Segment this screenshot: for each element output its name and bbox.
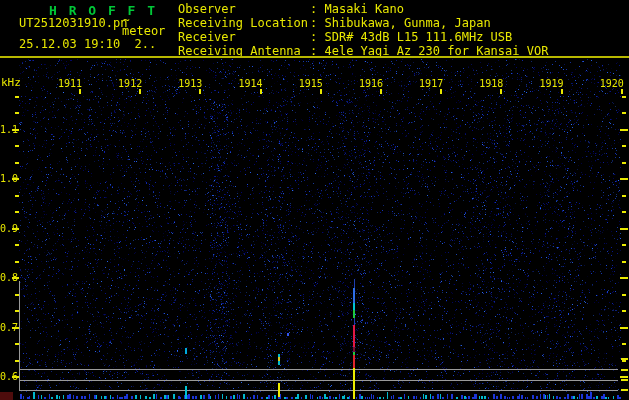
- freq-tick-mark-left: [15, 261, 19, 263]
- time-tick-mark: [380, 89, 382, 94]
- freq-tick-mark-left: [15, 145, 19, 147]
- station-info-value: Masaki Kano: [324, 2, 403, 16]
- freq-tick-mark-right: [620, 129, 628, 131]
- time-tick-label: 1911: [54, 78, 82, 89]
- time-tick-label: 1913: [174, 78, 202, 89]
- time-tick-mark: [79, 89, 81, 94]
- freq-tick-mark-right: [622, 162, 626, 164]
- time-tick-label: 1920: [596, 78, 624, 89]
- station-info-colon: :: [310, 30, 324, 44]
- echo-event-segment: [353, 355, 355, 368]
- freq-tick-label: 1.1: [0, 124, 14, 135]
- level-reference-line: [19, 390, 618, 391]
- time-tick-mark: [440, 89, 442, 94]
- time-tick-label: 1918: [475, 78, 503, 89]
- level-scale-tick-right: [621, 389, 628, 391]
- freq-tick-mark-right: [622, 261, 626, 263]
- freq-tick-mark-left: [15, 211, 19, 213]
- freq-tick-mark-right: [622, 96, 626, 98]
- time-tick-label: 1919: [536, 78, 564, 89]
- freq-tick-mark-left: [15, 96, 19, 98]
- freq-axis-unit-label: kHz: [1, 76, 21, 89]
- spectrogram-noise-canvas: [0, 0, 629, 400]
- time-tick-mark: [561, 89, 563, 94]
- station-info-row: Observer: Masaki Kano: [178, 2, 548, 16]
- freq-tick-label: 0.6: [0, 371, 14, 382]
- station-info-value: Shibukawa, Gunma, Japan: [324, 16, 490, 30]
- freq-tick-mark-left: [15, 244, 19, 246]
- echo-event-segment: [278, 361, 280, 365]
- freq-tick-mark-right: [622, 294, 626, 296]
- freq-tick-mark-right: [620, 277, 628, 279]
- station-info-value: SDR# 43dB L15 111.6MHz USB: [324, 30, 512, 44]
- station-info-label: Receiver: [178, 30, 310, 44]
- level-scale-vertical-line: [19, 281, 20, 391]
- echo-event-segment: [185, 348, 187, 354]
- level-reference-line: [19, 380, 618, 381]
- freq-tick-mark-right: [622, 112, 626, 114]
- echo-event-segment: [353, 325, 355, 347]
- freq-tick-mark-right: [622, 310, 626, 312]
- echo-event-segment: [354, 279, 355, 288]
- freq-tick-mark-right: [622, 145, 626, 147]
- time-tick-mark: [260, 89, 262, 94]
- time-tick-mark: [320, 89, 322, 94]
- time-tick-mark: [621, 89, 623, 94]
- time-tick-mark: [199, 89, 201, 94]
- freq-tick-label: 1.0: [0, 173, 14, 184]
- echo-event-segment: [353, 368, 355, 399]
- freq-tick-mark-right: [620, 228, 628, 230]
- freq-tick-mark-left: [15, 162, 19, 164]
- freq-tick-label: 0.9: [0, 223, 14, 234]
- freq-tick-mark-right: [622, 244, 626, 246]
- freq-tick-mark-right: [620, 327, 628, 329]
- level-scale-red-marker: [0, 392, 13, 400]
- header-separator-line: [0, 56, 629, 58]
- echo-event-segment: [278, 383, 280, 397]
- time-tick-label: 1916: [355, 78, 383, 89]
- meteor-mode-label: meteor: [122, 24, 165, 38]
- datetime-label: 25.12.03 19:10 2..: [19, 37, 156, 51]
- capture-filename: UT2512031910.pn: [19, 16, 127, 30]
- level-scale-tick-right: [621, 369, 628, 371]
- echo-event-segment: [354, 318, 355, 325]
- freq-tick-label: 0.8: [0, 272, 14, 283]
- station-info-block: Observer: Masaki KanoReceiving Location:…: [178, 2, 548, 58]
- station-info-colon: :: [310, 16, 324, 30]
- station-info-row: Receiving Location: Shibukawa, Gunma, Ja…: [178, 16, 548, 30]
- echo-event-segment: [185, 386, 187, 399]
- station-info-label: Receiving Location: [178, 16, 310, 30]
- time-tick-label: 1914: [235, 78, 263, 89]
- level-scale-tick-right: [621, 358, 628, 360]
- time-tick-mark: [139, 89, 141, 94]
- station-info-colon: :: [310, 2, 324, 16]
- freq-tick-mark-left: [15, 195, 19, 197]
- hrofft-screen: H R O F F T UT2512031910.pn ~ meteor 25.…: [0, 0, 629, 400]
- echo-event-segment: [287, 333, 289, 336]
- freq-tick-mark-right: [622, 360, 626, 362]
- station-info-label: Observer: [178, 2, 310, 16]
- freq-tick-label: 0.7: [0, 322, 14, 333]
- echo-event-segment: [353, 288, 355, 303]
- freq-tick-mark-right: [620, 178, 628, 180]
- echo-event-segment: [353, 310, 355, 318]
- time-tick-mark: [500, 89, 502, 94]
- time-tick-label: 1912: [114, 78, 142, 89]
- time-tick-label: 1917: [415, 78, 443, 89]
- freq-tick-mark-right: [620, 376, 628, 378]
- station-info-row: Receiver: SDR# 43dB L15 111.6MHz USB: [178, 30, 548, 44]
- freq-tick-mark-left: [15, 112, 19, 114]
- freq-tick-mark-right: [622, 195, 626, 197]
- freq-tick-mark-right: [622, 211, 626, 213]
- freq-tick-mark-right: [622, 343, 626, 345]
- echo-event-segment: [353, 303, 355, 310]
- level-scale-tick-right: [621, 379, 628, 381]
- level-reference-line: [19, 369, 618, 370]
- time-tick-label: 1915: [295, 78, 323, 89]
